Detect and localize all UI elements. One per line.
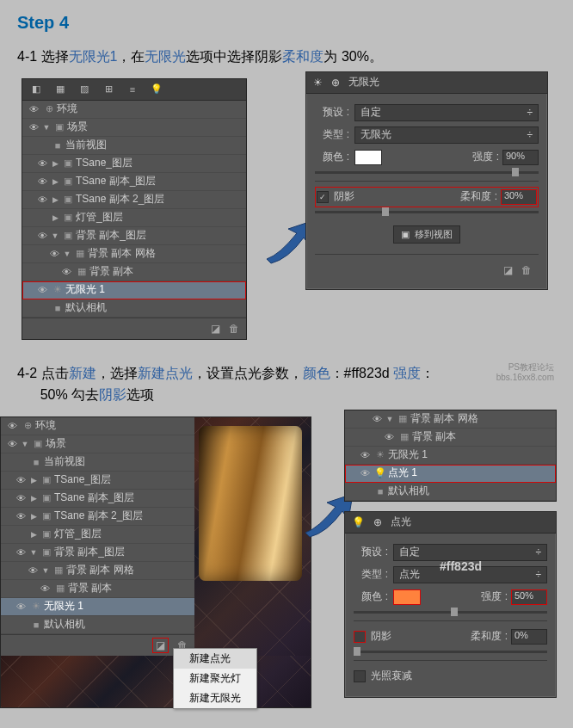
layer-bg-copy[interactable]: 👁▦背景 副本 bbox=[22, 263, 246, 281]
bulb-icon: 💡 bbox=[352, 516, 365, 528]
layer-bg-mesh[interactable]: 👁▼▦背景 副本 网格 bbox=[22, 245, 246, 263]
move-to-view-button[interactable]: ▣移到视图 bbox=[393, 225, 460, 244]
softness-input[interactable]: 30% bbox=[501, 189, 537, 205]
layer-row[interactable]: 👁☀无限光 1 bbox=[345, 447, 556, 465]
panel-title: 点光 bbox=[391, 515, 411, 529]
layer-row[interactable]: ■默认相机 bbox=[345, 483, 556, 501]
instruction-4-1: 4-1 选择无限光1，在无限光选项中选择阴影柔和度为 30%。 bbox=[17, 46, 556, 68]
shadow-label: 阴影 bbox=[334, 189, 354, 204]
color-label: 颜色 : bbox=[354, 589, 388, 604]
type-label: 类型 : bbox=[315, 127, 349, 142]
layer-bg-copy[interactable]: 👁▦背景 副本 bbox=[1, 580, 194, 598]
layer-scene[interactable]: 👁▼▣场景 bbox=[1, 435, 194, 453]
layer-lamp[interactable]: ▶▣灯管_图层 bbox=[22, 209, 246, 227]
instruction-4-2: 4-2 点击新建，选择新建点光，设置点光参数，颜色：#ff823d 强度： 50… bbox=[17, 362, 556, 406]
layer-camera[interactable]: ■默认相机 bbox=[1, 616, 194, 634]
shadow-checkbox[interactable] bbox=[354, 631, 366, 643]
target-icon: ⊕ bbox=[331, 77, 340, 89]
point-light-panel: 💡 ⊕ 点光 预设 :自定÷ 类型 :点光÷#ff823d 颜色 : 强度 : … bbox=[344, 511, 557, 698]
layer-bg-copy-layer[interactable]: 👁▼▣背景 副本_图层 bbox=[22, 227, 246, 245]
tab-icon[interactable]: ▦ bbox=[53, 83, 67, 96]
trash-icon[interactable]: 🗑 bbox=[229, 323, 239, 335]
menu-new-spot[interactable]: 新建聚光灯 bbox=[174, 669, 256, 688]
layer-point-light-selected[interactable]: 👁💡点光 1 bbox=[345, 465, 556, 483]
tab-icon[interactable]: ▨ bbox=[77, 83, 91, 96]
layer-row[interactable]: 👁▼▦背景 副本 网格 bbox=[345, 410, 556, 429]
softness-label: 柔和度 : bbox=[460, 189, 497, 204]
tab-icon[interactable]: ≡ bbox=[126, 83, 139, 96]
layer-curview[interactable]: ■当前视图 bbox=[22, 137, 246, 155]
color-annotation: #ff823d bbox=[440, 559, 482, 573]
preset-select[interactable]: 自定÷ bbox=[354, 104, 539, 121]
layer-scene[interactable]: 👁▼▣场景 bbox=[22, 119, 246, 137]
watermark: PS教程论坛bbs.16xx8.com bbox=[496, 362, 554, 383]
trash-icon[interactable]: 🗑 bbox=[521, 264, 532, 276]
intensity-slider[interactable] bbox=[354, 611, 547, 614]
menu-new-infinite[interactable]: 新建无限光 bbox=[174, 688, 256, 708]
layer-env[interactable]: 👁⊕环境 bbox=[1, 417, 194, 435]
color-swatch[interactable] bbox=[354, 150, 382, 165]
color-label: 颜色 : bbox=[315, 150, 349, 164]
intensity-input[interactable]: 50% bbox=[511, 589, 547, 605]
intensity-label: 强度 : bbox=[472, 150, 499, 164]
layer-tsane-copy2[interactable]: 👁▶▣TSane 副本 2_图层 bbox=[1, 508, 194, 526]
layer-tsane[interactable]: 👁▶▣TSane_图层 bbox=[22, 155, 246, 173]
preset-select[interactable]: 自定÷ bbox=[393, 544, 547, 561]
layer-camera[interactable]: ■默认相机 bbox=[22, 299, 246, 318]
bulb-icon[interactable]: 💡 bbox=[150, 83, 163, 96]
layer-bg-copy-layer[interactable]: 👁▼▣背景 副本_图层 bbox=[1, 544, 194, 562]
new-icon[interactable]: ◪ bbox=[503, 264, 513, 276]
menu-new-point[interactable]: 新建点光 bbox=[174, 649, 256, 669]
softness-slider[interactable] bbox=[354, 651, 547, 653]
panel-tabs: ◧ ▦ ▨ ⊞ ≡ 💡 bbox=[22, 79, 246, 101]
softness-slider[interactable] bbox=[315, 211, 539, 213]
softness-label: 柔和度 : bbox=[471, 629, 508, 644]
tab-icon[interactable]: ◧ bbox=[29, 83, 43, 96]
layers-snippet: 👁▼▦背景 副本 网格 👁▦背景 副本 👁☀无限光 1 👁💡点光 1 ■默认相机 bbox=[344, 410, 557, 502]
intensity-input[interactable]: 90% bbox=[502, 150, 539, 165]
layer-tsane-copy[interactable]: 👁▶▣TSane 副本_图层 bbox=[1, 490, 194, 508]
layer-env[interactable]: 👁⊕环境 bbox=[22, 101, 246, 119]
softness-input[interactable]: 0% bbox=[511, 629, 547, 645]
falloff-label: 光照衰减 bbox=[371, 669, 412, 683]
shadow-label: 阴影 bbox=[371, 629, 391, 644]
layer-infinite-light-selected[interactable]: 👁☀无限光 1 bbox=[22, 281, 246, 299]
layer-row[interactable]: 👁▦背景 副本 bbox=[345, 429, 556, 447]
layer-lamp[interactable]: ▶▣灯管_图层 bbox=[1, 526, 194, 544]
panel-title: 无限光 bbox=[348, 75, 379, 89]
intensity-label: 强度 : bbox=[481, 589, 508, 604]
step-title: Step 4 bbox=[17, 13, 556, 33]
layer-tsane-copy2[interactable]: 👁▶▣TSane 副本 2_图层 bbox=[22, 191, 246, 209]
layer-bg-mesh[interactable]: 👁▼▦背景 副本 网格 bbox=[1, 562, 194, 580]
layer-infinite-light[interactable]: 👁☀无限光 1 bbox=[1, 598, 194, 616]
target-icon: ⊕ bbox=[373, 516, 382, 528]
new-light-button[interactable]: ◪ bbox=[152, 638, 169, 653]
type-select[interactable]: 无限光÷ bbox=[354, 126, 539, 144]
new-icon[interactable]: ◪ bbox=[211, 323, 220, 335]
infinite-light-panel: ☀ ⊕ 无限光 预设 :自定÷ 类型 :无限光÷ 颜色 : 强度 : 90% ✓ bbox=[305, 71, 548, 290]
layer-curview[interactable]: ■当前视图 bbox=[1, 453, 194, 472]
layer-tsane[interactable]: 👁▶▣TSane_图层 bbox=[1, 472, 194, 490]
color-swatch[interactable] bbox=[393, 589, 421, 605]
type-label: 类型 : bbox=[354, 567, 388, 582]
falloff-checkbox[interactable] bbox=[354, 670, 366, 682]
layers-panel-2: 👁⊕环境 👁▼▣场景 ■当前视图 👁▶▣TSane_图层 👁▶▣TSane 副本… bbox=[0, 416, 311, 708]
tab-icon[interactable]: ⊞ bbox=[102, 83, 115, 96]
light-icon: ☀ bbox=[313, 77, 323, 89]
layer-tsane-copy[interactable]: 👁▶▣TSane 副本_图层 bbox=[22, 173, 246, 191]
preset-label: 预设 : bbox=[315, 105, 349, 120]
layers-panel: ◧ ▦ ▨ ⊞ ≡ 💡 👁⊕环境 👁▼▣场景 ■当前视图 👁▶▣TSane_图层… bbox=[22, 78, 247, 340]
preset-label: 预设 : bbox=[354, 545, 388, 559]
shadow-checkbox[interactable]: ✓ bbox=[317, 191, 329, 203]
new-light-menu: 新建点光 新建聚光灯 新建无限光 bbox=[173, 648, 257, 709]
intensity-slider[interactable] bbox=[315, 171, 539, 174]
